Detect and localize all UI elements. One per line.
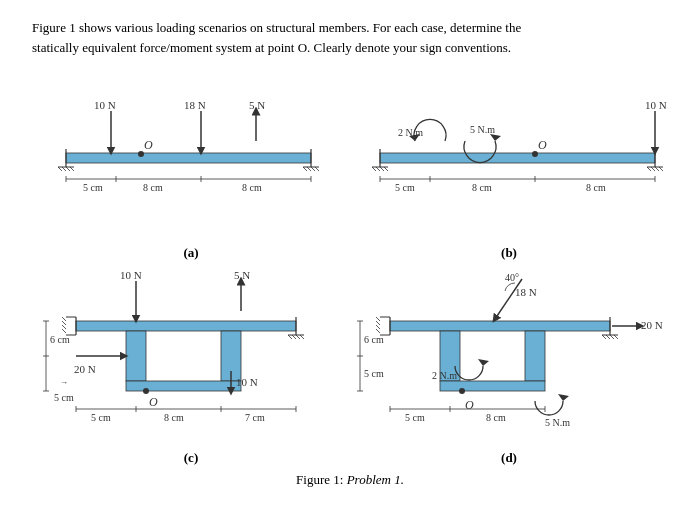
svg-line-35 [376,167,380,171]
svg-text:O: O [465,398,474,412]
svg-line-76 [292,335,296,339]
svg-rect-110 [440,381,545,391]
svg-line-115 [376,321,380,325]
svg-text:8 cm: 8 cm [472,182,492,193]
svg-rect-107 [390,321,610,331]
svg-text:8 cm: 8 cm [586,182,606,193]
svg-line-34 [372,167,376,171]
svg-text:5 N.m: 5 N.m [470,124,495,135]
svg-text:O: O [144,138,153,152]
svg-text:5 N: 5 N [234,269,250,281]
svg-text:10 N: 10 N [120,269,142,281]
svg-line-121 [606,335,610,339]
svg-line-114 [376,317,380,321]
svg-point-88 [143,388,149,394]
svg-line-78 [300,335,304,339]
svg-line-70 [62,321,66,325]
svg-rect-62 [76,321,296,331]
svg-line-9 [303,167,307,171]
figure-c: 10 N 5 N 20 N → 10 N O 6 cm [32,261,350,466]
svg-text:6 cm: 6 cm [364,334,384,345]
svg-marker-50 [490,134,501,141]
svg-text:7 cm: 7 cm [245,412,265,423]
svg-marker-131 [558,394,569,401]
svg-line-75 [288,335,292,339]
svg-text:5 N: 5 N [249,99,265,111]
svg-text:2 N.m: 2 N.m [398,127,423,138]
figure-a: O 10 N 18 N 5 N 5 cm 8 cm [32,71,350,261]
svg-line-72 [62,329,66,333]
svg-line-69 [62,317,66,321]
svg-line-120 [602,335,606,339]
svg-text:5 cm: 5 cm [405,412,425,423]
svg-text:5 cm: 5 cm [83,182,103,193]
page: Figure 1 shows various loading scenarios… [0,0,700,532]
svg-line-10 [307,167,311,171]
svg-text:O: O [149,395,158,409]
svg-text:5 cm: 5 cm [395,182,415,193]
svg-rect-31 [380,153,655,163]
svg-text:18 N: 18 N [184,99,206,111]
fig-c-label: (c) [32,450,350,466]
svg-text:8 cm: 8 cm [486,412,506,423]
svg-line-43 [659,167,663,171]
figure-caption: Figure 1: Problem 1. [32,472,668,488]
svg-line-116 [376,325,380,329]
svg-text:20 N: 20 N [74,363,96,375]
svg-text:8 cm: 8 cm [143,182,163,193]
svg-line-5 [66,167,70,171]
svg-text:8 cm: 8 cm [164,412,184,423]
svg-text:10 N: 10 N [94,99,116,111]
svg-point-133 [459,388,465,394]
svg-line-11 [311,167,315,171]
svg-text:40°: 40° [505,272,519,283]
svg-line-3 [58,167,62,171]
svg-line-122 [610,335,614,339]
svg-line-77 [296,335,300,339]
intro-line2: statically equivalent force/moment syste… [32,40,511,55]
figures-container: O 10 N 18 N 5 N 5 cm 8 cm [32,71,668,466]
svg-text:10 N: 10 N [236,376,258,388]
svg-line-42 [655,167,659,171]
svg-line-71 [62,325,66,329]
svg-text:10 N: 10 N [645,99,667,111]
svg-rect-109 [525,331,545,381]
fig-a-label: (a) [32,245,350,261]
intro-line1: Figure 1 shows various loading scenarios… [32,20,521,35]
fig-d-label: (d) [350,450,668,466]
figure-d: 20 N 40° 18 N 2 N.m 5 N.m O [350,261,668,466]
svg-text:5 cm: 5 cm [91,412,111,423]
svg-text:5 cm: 5 cm [54,392,74,403]
svg-text:2 N.m: 2 N.m [432,370,457,381]
svg-text:5 cm: 5 cm [364,368,384,379]
svg-text:18 N: 18 N [515,286,537,298]
svg-text:5 N.m: 5 N.m [545,417,570,428]
svg-text:6 cm: 6 cm [50,334,70,345]
svg-text:→: → [60,378,68,387]
svg-rect-63 [126,331,146,381]
svg-line-6 [70,167,74,171]
svg-line-36 [380,167,384,171]
svg-rect-65 [126,381,241,391]
svg-line-41 [651,167,655,171]
svg-line-12 [315,167,319,171]
svg-text:O: O [538,138,547,152]
svg-line-4 [62,167,66,171]
svg-text:8 cm: 8 cm [242,182,262,193]
svg-line-40 [647,167,651,171]
intro-text: Figure 1 shows various loading scenarios… [32,18,668,57]
svg-line-117 [376,329,380,333]
figure-b: O 10 N 2 N.m 5 N.m 5 cm 8 cm [350,71,668,261]
svg-marker-129 [478,359,489,366]
svg-text:20 N: 20 N [641,319,663,331]
svg-rect-0 [66,153,311,163]
svg-line-123 [614,335,618,339]
svg-line-37 [384,167,388,171]
fig-b-label: (b) [350,245,668,261]
